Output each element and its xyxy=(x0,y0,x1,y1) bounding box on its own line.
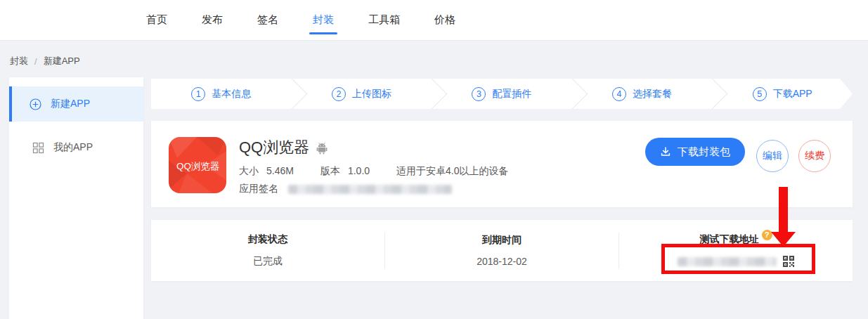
expiry-header: 到期时间 xyxy=(482,234,522,247)
step-select-plan[interactable]: 4 选择套餐 xyxy=(572,79,713,109)
size-value: 5.46M xyxy=(266,165,294,176)
nav-item-home[interactable]: 首页 xyxy=(146,11,167,30)
version-value: 1.0.0 xyxy=(348,165,370,176)
main-nav: 首页 发布 签名 封装 工具箱 价格 xyxy=(146,11,455,30)
size-label: 大小 xyxy=(239,165,259,176)
version-label: 版本 xyxy=(320,165,340,176)
step-download-app[interactable]: 5 下载APP xyxy=(712,79,853,109)
sidebar-item-label: 我的APP xyxy=(53,141,93,154)
step-label: 基本信息 xyxy=(212,88,251,100)
test-url-header: 测试下载地址 ? xyxy=(700,233,772,246)
nav-item-sign[interactable]: 签名 xyxy=(257,11,278,30)
app-signature-row: 应用签名 xyxy=(239,183,452,195)
app-title: QQ浏览器 xyxy=(239,137,309,158)
nav-item-publish[interactable]: 发布 xyxy=(202,11,223,30)
status-value: 已完成 xyxy=(253,255,283,268)
breadcrumb: 封装 / 新建APP xyxy=(10,55,80,67)
app-info-card: QQ浏览器 QQ浏览器 大小5.46M版本1.0.0适用于安卓4.0以上的设备 xyxy=(151,121,853,207)
app-icon: QQ浏览器 xyxy=(169,137,226,193)
test-url-header-label: 测试下载地址 xyxy=(700,233,759,246)
step-configure-plugins[interactable]: 3 配置插件 xyxy=(432,79,572,109)
stat-col-expiry: 到期时间 2018-12-02 xyxy=(385,234,618,267)
app-title-row: QQ浏览器 xyxy=(239,137,328,158)
nav-item-pricing[interactable]: 价格 xyxy=(434,11,455,30)
test-url-row xyxy=(678,255,795,268)
expiry-value: 2018-12-02 xyxy=(477,256,527,267)
step-label: 配置插件 xyxy=(492,88,531,100)
sidebar-item-label: 新建APP xyxy=(51,98,90,110)
step-number-badge: 5 xyxy=(753,87,767,101)
edit-button[interactable]: 编辑 xyxy=(756,140,789,172)
step-label: 上传图标 xyxy=(352,88,391,100)
download-icon xyxy=(660,146,671,157)
qr-code-icon[interactable] xyxy=(782,255,795,268)
package-status-card: 封装状态 已完成 到期时间 2018-12-02 测试下载地址 ? xyxy=(151,220,853,281)
app-packaging-page: 首页 发布 签名 封装 工具箱 价格 封装 / 新建APP 新建APP 我的AP… xyxy=(0,0,868,319)
step-label: 下载APP xyxy=(773,88,812,100)
status-header: 封装状态 xyxy=(248,233,287,246)
help-icon[interactable]: ? xyxy=(762,230,772,240)
redacted-download-url[interactable] xyxy=(678,257,777,266)
step-number-badge: 1 xyxy=(191,87,205,101)
redacted-signature-value xyxy=(288,185,452,194)
grid-icon xyxy=(32,142,44,154)
plus-circle-icon xyxy=(30,98,41,110)
step-label: 选择套餐 xyxy=(633,88,672,100)
app-icon-text: QQ浏览器 xyxy=(176,161,220,171)
stat-col-test-url: 测试下载地址 ? xyxy=(619,233,853,268)
stat-col-status: 封装状态 已完成 xyxy=(151,233,384,268)
sidebar: 新建APP 我的APP xyxy=(9,77,143,319)
app-meta-row: 大小5.46M版本1.0.0适用于安卓4.0以上的设备 xyxy=(239,165,509,178)
step-basic-info[interactable]: 1 基本信息 xyxy=(151,79,292,109)
breadcrumb-current: 新建APP xyxy=(44,55,80,67)
download-package-button[interactable]: 下载封装包 xyxy=(645,138,745,166)
nav-item-toolbox[interactable]: 工具箱 xyxy=(368,11,400,30)
wizard-steps: 1 基本信息 2 上传图标 3 配置插件 4 选择套餐 5 下载APP xyxy=(151,79,853,109)
sidebar-item-my-apps[interactable]: 我的APP xyxy=(9,130,143,165)
breadcrumb-separator: / xyxy=(34,56,37,67)
top-nav-bar: 首页 发布 签名 封装 工具箱 价格 xyxy=(0,0,868,41)
step-number-badge: 4 xyxy=(612,87,626,101)
step-number-badge: 2 xyxy=(332,87,346,101)
breadcrumb-section[interactable]: 封装 xyxy=(10,55,28,67)
sidebar-item-new-app[interactable]: 新建APP xyxy=(9,86,143,122)
step-upload-icon[interactable]: 2 上传图标 xyxy=(292,79,432,109)
compatibility-text: 适用于安卓4.0以上的设备 xyxy=(396,165,508,176)
signature-label: 应用签名 xyxy=(239,183,278,195)
nav-item-package[interactable]: 封装 xyxy=(313,11,334,30)
renew-button[interactable]: 续费 xyxy=(798,140,831,172)
step-number-badge: 3 xyxy=(472,87,486,101)
android-icon xyxy=(316,141,328,155)
download-button-label: 下载封装包 xyxy=(678,145,730,159)
